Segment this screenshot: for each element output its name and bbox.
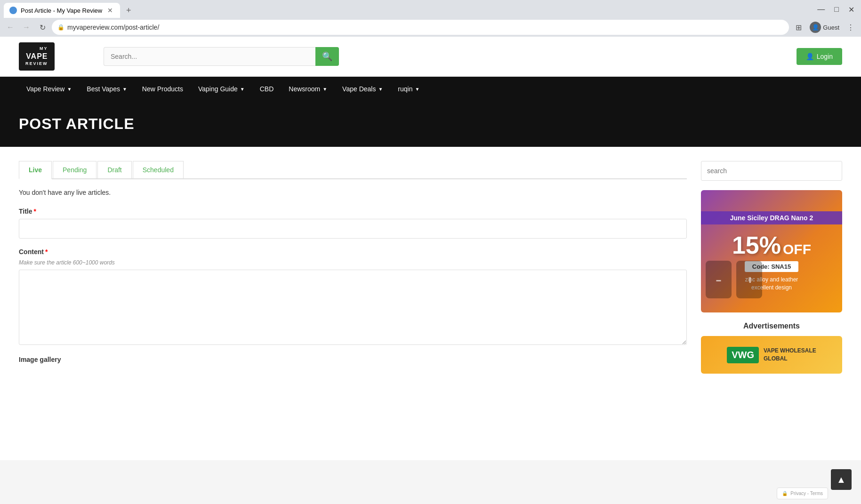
- logo-line1: MY: [25, 46, 48, 52]
- site-nav: Vape Review ▼ Best Vapes ▼ New Products …: [0, 77, 861, 101]
- nav-label: Vaping Guide: [198, 85, 238, 93]
- search-bar: 🔍: [104, 47, 339, 66]
- sidebar-search-input[interactable]: [701, 161, 842, 181]
- ad-products: ▬ ▐: [706, 261, 762, 298]
- nav-label: Best Vapes: [87, 85, 120, 93]
- vape-device-2: ▐: [736, 261, 762, 298]
- browser-chrome: Post Article - My Vape Review ✕ + — □ ✕ …: [0, 0, 861, 37]
- tab-scheduled[interactable]: Scheduled: [133, 161, 184, 178]
- chevron-down-icon: ▼: [322, 87, 327, 92]
- profile-label: Guest: [823, 24, 839, 31]
- chevron-down-icon: ▼: [67, 87, 72, 92]
- refresh-button[interactable]: ↻: [36, 21, 49, 34]
- content-hint: Make sure the article 600~1000 words: [19, 259, 687, 266]
- lock-icon: 🔒: [57, 24, 64, 31]
- new-tab-button[interactable]: +: [122, 4, 135, 17]
- extensions-button[interactable]: ⊞: [792, 21, 805, 34]
- tab-pending[interactable]: Pending: [53, 161, 97, 178]
- content-group: Content* Make sure the article 600~1000 …: [19, 248, 687, 346]
- search-button[interactable]: 🔍: [315, 47, 339, 66]
- active-tab[interactable]: Post Article - My Vape Review ✕: [4, 3, 120, 18]
- more-options-button[interactable]: ⋮: [844, 21, 857, 34]
- logo-line2: VAPE: [25, 52, 48, 62]
- content-right: June Siciley DRAG Nano 2 15% OFF Code: S…: [701, 161, 842, 374]
- tab-draft[interactable]: Draft: [97, 161, 131, 178]
- nav-vape-review[interactable]: Vape Review ▼: [19, 77, 79, 101]
- profile-button[interactable]: 👤 Guest: [807, 21, 842, 34]
- logo-line3: REVIEW: [25, 61, 48, 67]
- url-text: myvapereview.com/post-article/: [67, 24, 159, 31]
- logo-box: MY VAPE REVIEW: [19, 42, 55, 71]
- nav-best-vapes[interactable]: Best Vapes ▼: [79, 77, 134, 101]
- chrome-actions: ⊞ 👤 Guest ⋮: [792, 21, 857, 34]
- search-input[interactable]: [104, 47, 315, 66]
- ad-banner-title: June Siciley DRAG Nano 2: [701, 211, 842, 224]
- site-header: MY VAPE REVIEW 🔍 👤 Login: [0, 37, 861, 77]
- nav-ruqin[interactable]: ruqin ▼: [390, 77, 427, 101]
- ads-label: Advertisements: [701, 322, 842, 330]
- chevron-down-icon: ▼: [240, 87, 245, 92]
- vwg-banner[interactable]: VWG VAPE WHOLESALE GLOBAL: [701, 336, 842, 374]
- back-button[interactable]: ←: [4, 21, 17, 34]
- page-title: POST ARTICLE: [19, 115, 842, 133]
- nav-vaping-guide[interactable]: Vaping Guide ▼: [191, 77, 252, 101]
- nav-label: Vape Review: [26, 85, 64, 93]
- logo[interactable]: MY VAPE REVIEW: [19, 42, 94, 71]
- ad-banner[interactable]: June Siciley DRAG Nano 2 15% OFF Code: S…: [701, 190, 842, 312]
- vape-device-1: ▬: [706, 261, 732, 298]
- avatar: 👤: [810, 22, 821, 33]
- tab-favicon: [9, 7, 17, 14]
- page-hero: POST ARTICLE: [0, 101, 861, 147]
- no-articles-message: You don't have any live articles.: [19, 189, 687, 196]
- tab-title: Post Article - My Vape Review: [21, 7, 102, 14]
- chevron-down-icon: ▼: [378, 87, 383, 92]
- chevron-down-icon: ▼: [415, 87, 419, 92]
- image-gallery-label: Image gallery: [19, 356, 687, 363]
- content-textarea[interactable]: [19, 270, 687, 345]
- nav-newsroom[interactable]: Newsroom ▼: [281, 77, 335, 101]
- nav-new-products[interactable]: New Products: [135, 77, 191, 101]
- ad-off-label: OFF: [783, 241, 811, 257]
- login-label: Login: [817, 53, 833, 60]
- maximize-button[interactable]: □: [831, 4, 842, 15]
- search-icon: 🔍: [322, 51, 332, 62]
- tab-close-button[interactable]: ✕: [106, 6, 114, 15]
- article-tabs: Live Pending Draft Scheduled: [19, 161, 687, 179]
- chevron-down-icon: ▼: [122, 87, 127, 92]
- address-bar[interactable]: 🔒 myvapereview.com/post-article/: [52, 20, 789, 35]
- tab-live[interactable]: Live: [19, 161, 52, 179]
- title-group: Title*: [19, 208, 687, 239]
- forward-button[interactable]: →: [20, 21, 33, 34]
- required-star: *: [34, 208, 36, 215]
- nav-label: CBD: [260, 85, 274, 93]
- login-icon: 👤: [806, 53, 814, 60]
- window-controls: — □ ✕: [814, 4, 857, 17]
- nav-label: Newsroom: [289, 85, 320, 93]
- content-label: Content*: [19, 248, 687, 256]
- nav-vape-deals[interactable]: Vape Deals ▼: [335, 77, 390, 101]
- nav-label: Vape Deals: [342, 85, 376, 93]
- login-button[interactable]: 👤 Login: [797, 48, 842, 65]
- content-left: Live Pending Draft Scheduled You don't h…: [19, 161, 687, 374]
- ad-discount: 15%: [732, 233, 781, 257]
- title-input[interactable]: [19, 219, 687, 239]
- vwg-text: VAPE WHOLESALE GLOBAL: [764, 347, 816, 363]
- site-wrapper: MY VAPE REVIEW 🔍 👤 Login Vape Review ▼ B…: [0, 37, 861, 460]
- required-star-content: *: [45, 248, 48, 256]
- nav-label: New Products: [142, 85, 183, 93]
- tab-bar: Post Article - My Vape Review ✕ + — □ ✕: [0, 0, 861, 18]
- main-content: Live Pending Draft Scheduled You don't h…: [0, 147, 861, 388]
- vwg-logo: VWG: [727, 347, 759, 363]
- nav-label: ruqin: [398, 85, 412, 93]
- nav-cbd[interactable]: CBD: [252, 77, 282, 101]
- title-label: Title*: [19, 208, 687, 215]
- minimize-button[interactable]: —: [814, 4, 828, 15]
- address-bar-row: ← → ↻ 🔒 myvapereview.com/post-article/ ⊞…: [0, 18, 861, 37]
- close-button[interactable]: ✕: [845, 4, 857, 15]
